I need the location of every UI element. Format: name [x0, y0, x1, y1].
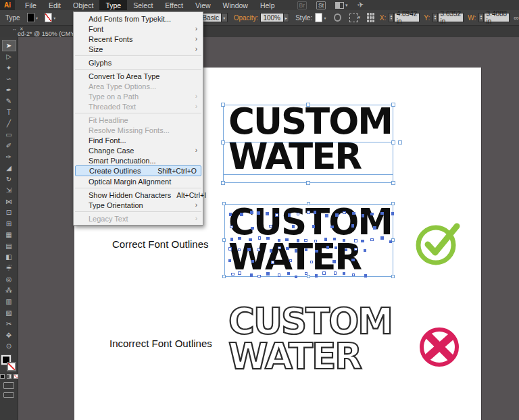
anchor-point[interactable]	[278, 246, 281, 250]
anchor-point[interactable]	[389, 240, 393, 244]
anchor-point[interactable]	[285, 238, 289, 242]
anchor-point[interactable]	[297, 213, 300, 216]
artboard-tool[interactable]: ▧	[2, 307, 16, 319]
anchor-point[interactable]	[324, 238, 328, 241]
bridge-badge[interactable]: Br	[297, 1, 307, 9]
zoom-tool[interactable]: ⊙	[2, 341, 16, 352]
anchor-point[interactable]	[315, 274, 318, 278]
menubar-item-type[interactable]: Type	[99, 0, 127, 10]
share-paper-plane-icon[interactable]: ✈	[357, 0, 364, 9]
line-segment-tool[interactable]: ╱	[2, 118, 16, 130]
color-button[interactable]	[0, 374, 5, 379]
menubar-item-window[interactable]: Window	[217, 0, 254, 10]
anchor-point[interactable]	[289, 259, 293, 263]
slice-tool[interactable]: ✂	[2, 319, 16, 330]
menu-item-find-font[interactable]: Find Font...	[74, 135, 203, 145]
selection-handle[interactable]	[222, 275, 226, 278]
eyedropper-tool[interactable]: ☔	[2, 263, 16, 274]
gradient-tool[interactable]: ◧	[2, 252, 16, 263]
anchor-point[interactable]	[343, 211, 346, 215]
w-stepper[interactable]: ▲▼	[478, 13, 483, 22]
stock-badge[interactable]: St	[316, 1, 326, 9]
anchor-point[interactable]	[330, 226, 334, 229]
anchor-point[interactable]	[314, 240, 318, 243]
column-graph-tool[interactable]: ▥	[2, 296, 16, 308]
anchor-point[interactable]	[362, 214, 365, 217]
opacity-input[interactable]: 100%	[260, 13, 283, 22]
selection-handle[interactable]	[391, 103, 395, 107]
constrain-proportions-link-icon[interactable]: ∞	[514, 14, 519, 22]
menu-item-change-case[interactable]: Change Case›	[74, 145, 203, 155]
menubar-item-object[interactable]: Object	[67, 0, 99, 10]
anchor-point[interactable]	[266, 237, 270, 240]
anchor-point[interactable]	[257, 211, 260, 215]
selection-handle[interactable]	[306, 103, 310, 107]
anchor-point[interactable]	[315, 250, 318, 253]
selection-tool[interactable]: ➤	[2, 40, 16, 51]
anchor-point[interactable]	[297, 239, 300, 242]
menubar-item-effect[interactable]: Effect	[159, 0, 189, 10]
rectangle-tool[interactable]: ▭	[2, 129, 16, 140]
fill-caret-icon[interactable]: ▾	[36, 16, 38, 20]
menu-item-create-outlines[interactable]: Create OutlinesShift+Ctrl+O	[75, 165, 201, 176]
anchor-point[interactable]	[286, 247, 289, 251]
anchor-point[interactable]	[304, 239, 307, 242]
anchor-point[interactable]	[364, 249, 367, 253]
stroke-swatch[interactable]	[7, 362, 16, 371]
anchor-point[interactable]	[312, 225, 316, 228]
anchor-point[interactable]	[228, 247, 232, 251]
anchor-point[interactable]	[335, 213, 339, 217]
anchor-point[interactable]	[266, 272, 270, 275]
anchor-point[interactable]	[257, 248, 260, 252]
anchor-point[interactable]	[322, 271, 326, 275]
style-swatch[interactable]	[315, 13, 322, 22]
menubar-item-view[interactable]: View	[189, 0, 217, 10]
stroke-caret-icon[interactable]: ▾	[53, 16, 55, 20]
menubar-item-help[interactable]: Help	[254, 0, 281, 10]
selection-handle[interactable]	[398, 140, 402, 145]
opacity-caret-icon[interactable]: ▸	[284, 13, 290, 22]
anchor-point[interactable]	[250, 273, 253, 277]
anchor-point[interactable]	[258, 236, 262, 240]
anchor-point[interactable]	[271, 261, 274, 264]
anchor-point[interactable]	[251, 260, 255, 263]
anchor-point[interactable]	[292, 225, 295, 228]
width-tool[interactable]: ⋈	[2, 196, 16, 207]
anchor-point[interactable]	[326, 246, 330, 249]
anchor-point[interactable]	[314, 211, 317, 214]
anchor-point[interactable]	[266, 212, 269, 215]
anchor-point[interactable]	[370, 238, 374, 242]
workspace-switcher[interactable]: ▾	[335, 2, 348, 9]
pencil-tool[interactable]: ✑	[2, 151, 16, 163]
direct-selection-tool[interactable]: ▷	[2, 51, 16, 63]
paintbrush-tool[interactable]: ✐	[2, 140, 16, 152]
anchor-point[interactable]	[230, 226, 233, 229]
curvature-tool[interactable]: ✎	[2, 96, 16, 107]
shape-builder-tool[interactable]: ▦	[2, 230, 16, 241]
anchor-point[interactable]	[257, 275, 261, 278]
pen-tool[interactable]: ✒	[2, 84, 16, 96]
anchor-point[interactable]	[249, 238, 252, 242]
screen-mode-button[interactable]	[3, 392, 14, 398]
selection-handle[interactable]	[222, 238, 226, 242]
selection-handle[interactable]	[222, 202, 226, 205]
anchor-point[interactable]	[229, 213, 232, 216]
anchor-point[interactable]	[270, 249, 273, 253]
anchor-point[interactable]	[380, 236, 384, 240]
transform-reference-icon[interactable]	[367, 13, 374, 22]
anchor-point[interactable]	[228, 259, 232, 263]
stroke-color-swatch[interactable]	[45, 13, 52, 22]
menu-item-add-fonts-from-typekit[interactable]: Add Fonts from Typekit...	[74, 14, 203, 24]
anchor-point[interactable]	[240, 213, 243, 216]
anchor-point[interactable]	[238, 237, 241, 240]
selection-handle[interactable]	[391, 275, 395, 278]
magic-wand-tool[interactable]: ✦	[2, 62, 16, 74]
anchor-point[interactable]	[345, 248, 348, 252]
fill-color-swatch[interactable]	[27, 13, 34, 22]
selection-handle[interactable]	[306, 181, 310, 185]
document-setup-icon[interactable]	[334, 14, 341, 22]
menu-item-size[interactable]: Size›	[74, 44, 203, 54]
rotate-tool[interactable]: ↻	[2, 174, 16, 185]
selection-handle[interactable]	[221, 140, 225, 145]
x-stepper[interactable]: ▲▼	[389, 13, 393, 22]
